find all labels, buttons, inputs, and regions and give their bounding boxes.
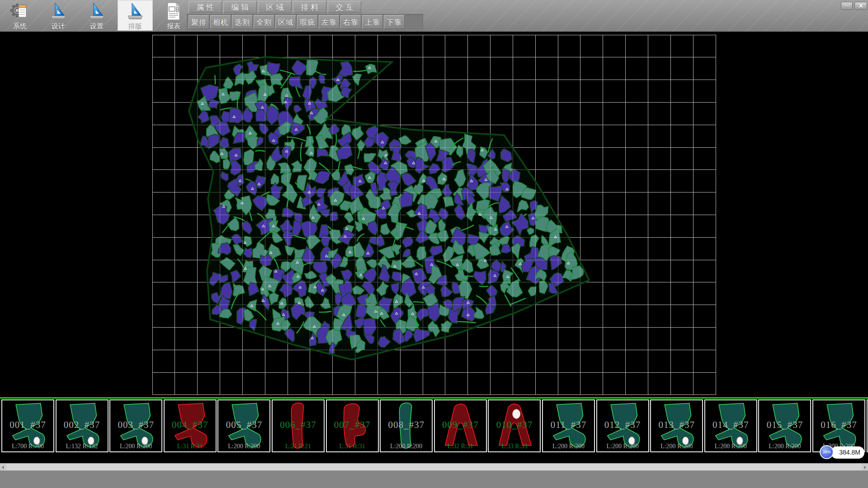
piece-id-label: 001_#37 bbox=[2, 419, 53, 431]
close-button[interactable]: ✕ bbox=[854, 2, 867, 10]
piece-lr-count-label: L:200 R:200 bbox=[218, 443, 269, 450]
piece-thumbnail-strip: 001_#37L:700 R:700002_#37L:132 R:132003_… bbox=[0, 399, 868, 453]
piece-id-label: 005_#37 bbox=[218, 419, 269, 431]
menu-tab-1[interactable]: 属性 bbox=[189, 1, 222, 13]
piece-lr-count-label: L:21 R:21 bbox=[273, 443, 324, 450]
piece-thumbnail-4[interactable]: 004_#37L:31 R:31 bbox=[164, 399, 217, 452]
tool-button-10[interactable]: 下靠 bbox=[384, 15, 405, 29]
piece-id-label: 003_#37 bbox=[110, 419, 161, 431]
piece-thumbnail-13[interactable]: 013_#37L:200 R:200 bbox=[650, 399, 703, 452]
piece-id-label: 006_#37 bbox=[273, 419, 324, 431]
memory-badge: 384.8M bbox=[831, 446, 864, 459]
minimize-button[interactable]: ─ bbox=[841, 2, 853, 10]
nav-button-4[interactable]: 排版 bbox=[118, 0, 153, 31]
piece-thumbnail-8[interactable]: 008_#37L:200 R:200 bbox=[380, 399, 433, 452]
nav-button-2[interactable]: 设计 bbox=[41, 0, 76, 31]
nav-button-label: 报表 bbox=[156, 23, 191, 29]
menu-tab-2[interactable]: 编辑 bbox=[223, 1, 257, 13]
nesting-setsquare-icon bbox=[126, 1, 145, 21]
nav-button-label: 设置 bbox=[79, 23, 114, 29]
report-document-icon bbox=[164, 1, 183, 21]
piece-id-label: 011_#37 bbox=[543, 419, 594, 431]
piece-lr-count-label: L:200 R:200 bbox=[651, 443, 702, 450]
tool-button-9[interactable]: 上靠 bbox=[362, 15, 383, 29]
tool-button-4[interactable]: 全割 bbox=[254, 15, 274, 29]
piece-lr-count-label: L:32 R:31 bbox=[435, 443, 486, 450]
nav-button-1[interactable]: 系统 bbox=[2, 0, 38, 31]
piece-thumbnail-5[interactable]: 005_#37L:200 R:200 bbox=[217, 399, 270, 452]
design-setsquare-icon bbox=[49, 1, 68, 21]
piece-thumbnail-12[interactable]: 012_#37L:200 R:200 bbox=[596, 399, 649, 452]
tool-button-2[interactable]: 相机 bbox=[210, 15, 231, 29]
piece-lr-count-label: L:132 R:132 bbox=[57, 443, 108, 450]
piece-thumbnail-16[interactable]: 016_#37L:200 R:200 bbox=[812, 399, 865, 452]
main-toolbar: 系统设计设置排版报表 属性编辑区域排料交互 聚排相机选割全割区域瑕疵左靠右靠上靠… bbox=[0, 0, 868, 32]
piece-thumbnail-6[interactable]: 006_#37L:21 R:21 bbox=[272, 399, 325, 452]
scroll-right-arrow-icon[interactable]: › bbox=[862, 464, 868, 471]
piece-lr-count-label: L:700 R:700 bbox=[2, 443, 53, 450]
nav-button-label: 设计 bbox=[41, 23, 76, 29]
tool-button-strip: 聚排相机选割全割区域瑕疵左靠右靠上靠下靠 bbox=[187, 14, 423, 31]
piece-id-label: 012_#37 bbox=[597, 419, 648, 431]
nav-button-label: 排版 bbox=[118, 23, 153, 29]
piece-id-label: 013_#37 bbox=[651, 419, 702, 431]
piece-lr-count-label: L:31 R:31 bbox=[327, 443, 378, 450]
nest-drawing bbox=[0, 32, 868, 397]
piece-lr-count-label: L:200 R:200 bbox=[110, 443, 161, 450]
piece-id-label: 008_#37 bbox=[381, 419, 432, 431]
menu-tab-3[interactable]: 区域 bbox=[258, 1, 292, 13]
piece-thumbnail-14[interactable]: 014_#37L:200 R:200 bbox=[704, 399, 757, 452]
piece-thumbnail-1[interactable]: 001_#37L:700 R:700 bbox=[1, 399, 54, 452]
progress-badge: 38% bbox=[820, 445, 834, 459]
piece-id-label: 016_#37 bbox=[813, 419, 864, 431]
application-window: 系统设计设置排版报表 属性编辑区域排料交互 聚排相机选割全割区域瑕疵左靠右靠上靠… bbox=[0, 0, 868, 488]
piece-thumbnail-3[interactable]: 003_#37L:200 R:200 bbox=[109, 399, 162, 452]
piece-lr-count-label: L:200 R:200 bbox=[381, 443, 432, 450]
scroll-left-arrow-icon[interactable]: ‹ bbox=[0, 464, 6, 471]
piece-id-label: 007_#37 bbox=[327, 419, 378, 431]
piece-id-label: 004_#37 bbox=[165, 419, 216, 431]
piece-thumbnail-9[interactable]: 009_#37L:32 R:31 bbox=[434, 399, 487, 452]
menu-tab-4[interactable]: 排料 bbox=[293, 1, 326, 13]
horizontal-scrollbar[interactable]: ‹ › bbox=[0, 463, 868, 470]
system-gear-icon bbox=[10, 1, 29, 21]
piece-lr-count-label: L:33 R:33 bbox=[489, 443, 540, 450]
nav-button-label: 系统 bbox=[2, 23, 38, 29]
piece-id-label: 010_#37 bbox=[489, 419, 540, 431]
nav-button-5[interactable]: 报表 bbox=[156, 0, 191, 31]
piece-thumbnail-10[interactable]: 010_#37L:33 R:33 bbox=[488, 399, 541, 452]
piece-lr-count-label: L:200 R:200 bbox=[705, 443, 756, 450]
piece-lr-count-label: L:31 R:31 bbox=[165, 443, 216, 450]
piece-id-label: 015_#37 bbox=[759, 419, 810, 431]
tool-button-1[interactable]: 聚排 bbox=[189, 15, 209, 29]
settings-setsquare-icon bbox=[87, 1, 106, 21]
piece-id-label: 002_#37 bbox=[57, 419, 108, 431]
menu-tab-5[interactable]: 交互 bbox=[328, 1, 361, 13]
piece-thumbnail-2[interactable]: 002_#37L:132 R:132 bbox=[56, 399, 108, 452]
piece-thumbnail-17[interactable] bbox=[867, 399, 868, 452]
piece-id-label: 009_#37 bbox=[435, 419, 486, 431]
tool-button-3[interactable]: 选割 bbox=[232, 15, 253, 29]
piece-thumbnail-11[interactable]: 011_#37L:200 R:200 bbox=[542, 399, 595, 452]
piece-id-label: 014_#37 bbox=[705, 419, 756, 431]
piece-lr-count-label: L:200 R:200 bbox=[759, 443, 810, 450]
tool-button-7[interactable]: 左靠 bbox=[319, 15, 340, 29]
tool-button-6[interactable]: 瑕疵 bbox=[297, 15, 318, 29]
piece-thumbnail-15[interactable]: 015_#37L:200 R:200 bbox=[758, 399, 811, 452]
piece-lr-count-label: L:200 R:200 bbox=[597, 443, 648, 450]
status-bar bbox=[0, 470, 868, 488]
nav-button-3[interactable]: 设置 bbox=[79, 0, 114, 31]
strip-separator bbox=[0, 397, 868, 399]
piece-lr-count-label: L:200 R:200 bbox=[543, 443, 594, 450]
tool-button-5[interactable]: 区域 bbox=[275, 15, 296, 29]
nesting-canvas[interactable] bbox=[0, 32, 868, 397]
tool-button-8[interactable]: 右靠 bbox=[340, 15, 361, 29]
piece-thumbnail-7[interactable]: 007_#37L:31 R:31 bbox=[326, 399, 379, 452]
